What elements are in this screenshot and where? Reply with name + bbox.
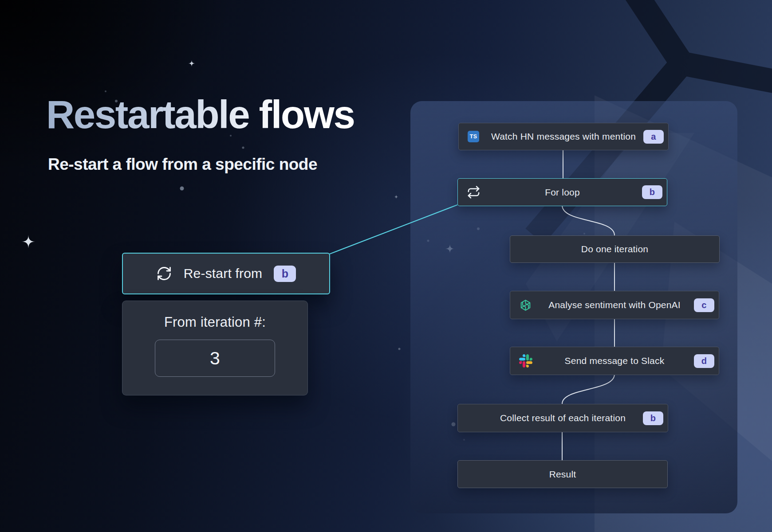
- flow-node-result[interactable]: Result: [457, 460, 668, 488]
- iteration-label: From iteration #:: [164, 314, 266, 330]
- flow-node-collect-result[interactable]: Collect result of each iteration b: [457, 404, 668, 432]
- restart-node-label: Re-start from: [184, 266, 263, 281]
- typescript-icon: TS: [468, 131, 479, 142]
- node-badge-b: b: [642, 185, 662, 199]
- restartable-flows-hero: Restartable flows Re-start a flow from a…: [0, 0, 772, 532]
- repeat-icon: [467, 185, 481, 199]
- node-label: Analyse sentiment with OpenAI: [548, 300, 681, 310]
- page-title: Restartable flows: [46, 94, 354, 135]
- node-badge-a: a: [643, 130, 664, 144]
- node-label: Result: [549, 469, 576, 480]
- page-subtitle: Re-start a flow from a specific node: [48, 155, 317, 174]
- refresh-icon: [156, 266, 172, 282]
- flow-node-watch-hn[interactable]: TS Watch HN messages with mention a: [458, 123, 669, 150]
- node-badge-c: c: [694, 298, 714, 312]
- flow-node-openai[interactable]: Analyse sentiment with OpenAI c: [510, 291, 719, 319]
- node-badge-b2: b: [643, 411, 663, 425]
- flow-node-slack[interactable]: Send message to Slack d: [510, 347, 719, 375]
- iteration-input[interactable]: [155, 340, 275, 377]
- flow-node-for-loop[interactable]: For loop b: [457, 178, 667, 206]
- node-label: Send message to Slack: [565, 356, 665, 366]
- restart-node-badge: b: [274, 266, 296, 282]
- flow-node-do-one-iteration[interactable]: Do one iteration: [510, 235, 720, 263]
- node-label: Watch HN messages with mention: [491, 131, 636, 142]
- slack-icon: [519, 354, 532, 368]
- restart-from-node[interactable]: Re-start from b: [122, 253, 330, 294]
- node-label: For loop: [545, 187, 580, 198]
- node-label: Do one iteration: [581, 244, 648, 254]
- openai-icon: [519, 299, 532, 312]
- iteration-panel: From iteration #:: [122, 301, 308, 395]
- node-badge-d: d: [694, 354, 714, 368]
- node-label: Collect result of each iteration: [500, 413, 626, 423]
